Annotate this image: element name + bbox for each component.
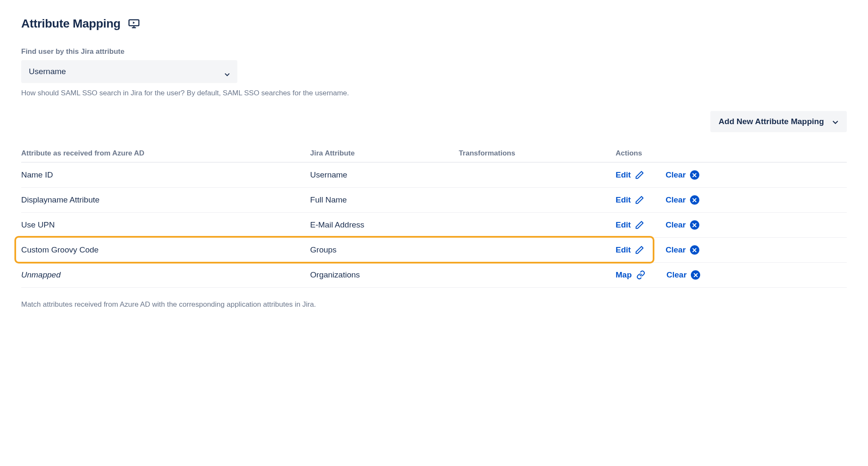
pencil-icon xyxy=(635,245,644,255)
clear-button[interactable]: Clear xyxy=(665,170,699,180)
action-label: Clear xyxy=(667,270,687,280)
cell-jira: Organizations xyxy=(310,263,459,288)
pencil-icon xyxy=(635,220,644,230)
page-title: Attribute Mapping xyxy=(21,17,120,31)
action-label: Edit xyxy=(616,245,631,255)
video-icon[interactable] xyxy=(128,19,140,28)
cell-transformations xyxy=(459,188,615,213)
close-icon xyxy=(690,220,699,230)
chevron-down-icon xyxy=(832,117,838,126)
action-label: Map xyxy=(616,270,632,280)
edit-button[interactable]: Edit xyxy=(616,195,645,205)
close-icon xyxy=(691,270,700,280)
cell-jira: Full Name xyxy=(310,188,459,213)
col-header-source: Attribute as received from Azure AD xyxy=(21,145,310,162)
clear-button[interactable]: Clear xyxy=(665,220,699,230)
edit-button[interactable]: Edit xyxy=(616,220,645,230)
add-attribute-mapping-button[interactable]: Add New Attribute Mapping xyxy=(710,111,847,132)
clear-button[interactable]: Clear xyxy=(667,270,701,280)
pencil-icon xyxy=(635,195,644,205)
cell-transformations xyxy=(459,263,615,288)
close-icon xyxy=(690,195,699,205)
cell-jira: E-Mail Address xyxy=(310,213,459,238)
clear-button[interactable]: Clear xyxy=(665,245,699,255)
cell-source: Use UPN xyxy=(21,213,310,238)
edit-button[interactable]: Edit xyxy=(616,245,645,255)
cell-jira: Groups xyxy=(310,238,459,263)
action-label: Edit xyxy=(616,170,631,180)
cell-source: Unmapped xyxy=(21,263,310,288)
find-user-label: Find user by this Jira attribute xyxy=(21,47,847,56)
action-label: Clear xyxy=(665,245,686,255)
action-label: Edit xyxy=(616,195,631,205)
close-icon xyxy=(690,170,699,180)
cell-source: Name ID xyxy=(21,162,310,188)
cell-actions: EditClear xyxy=(616,213,847,238)
footer-help-text: Match attributes received from Azure AD … xyxy=(21,300,847,309)
col-header-jira: Jira Attribute xyxy=(310,145,459,162)
page-header: Attribute Mapping xyxy=(21,17,847,31)
mapping-table-wrap: Attribute as received from Azure AD Jira… xyxy=(21,145,847,288)
cell-source: Custom Groovy Code xyxy=(21,238,310,263)
find-user-selected-value: Username xyxy=(29,67,66,76)
cell-actions: EditClear xyxy=(616,238,847,263)
add-button-label: Add New Attribute Mapping xyxy=(719,117,824,126)
find-user-select[interactable]: Username xyxy=(21,60,237,83)
cell-transformations xyxy=(459,213,615,238)
pencil-icon xyxy=(635,170,644,180)
cell-actions: EditClear xyxy=(616,188,847,213)
cell-transformations xyxy=(459,238,615,263)
edit-button[interactable]: Edit xyxy=(616,170,645,180)
col-header-transformations: Transformations xyxy=(459,145,615,162)
cell-transformations xyxy=(459,162,615,188)
cell-source: Displayname Attribute xyxy=(21,188,310,213)
col-header-actions: Actions xyxy=(616,145,847,162)
action-label: Clear xyxy=(665,170,686,180)
link-icon xyxy=(636,270,645,280)
cell-actions: MapClear xyxy=(616,263,847,288)
cell-actions: EditClear xyxy=(616,162,847,188)
table-row: Custom Groovy CodeGroupsEditClear xyxy=(21,238,847,263)
table-row: Displayname AttributeFull NameEditClear xyxy=(21,188,847,213)
table-row: Name IDUsernameEditClear xyxy=(21,162,847,188)
cell-jira: Username xyxy=(310,162,459,188)
mapping-table: Attribute as received from Azure AD Jira… xyxy=(21,145,847,288)
map-button[interactable]: Map xyxy=(616,270,645,280)
chevron-down-icon xyxy=(225,69,230,74)
clear-button[interactable]: Clear xyxy=(665,195,699,205)
action-label: Clear xyxy=(665,195,686,205)
table-row: UnmappedOrganizationsMapClear xyxy=(21,263,847,288)
table-row: Use UPNE-Mail AddressEditClear xyxy=(21,213,847,238)
find-user-section: Find user by this Jira attribute Usernam… xyxy=(21,47,847,97)
action-label: Clear xyxy=(665,220,686,230)
close-icon xyxy=(690,245,699,255)
action-label: Edit xyxy=(616,220,631,230)
find-user-help: How should SAML SSO search in Jira for t… xyxy=(21,89,847,97)
